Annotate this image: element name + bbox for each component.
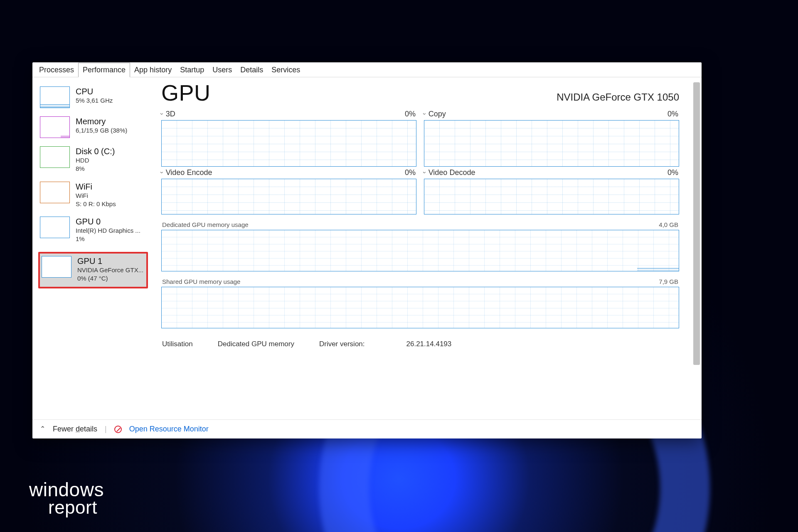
chart-copy: ›Copy 0% bbox=[424, 108, 679, 167]
chart-value-copy: 0% bbox=[667, 110, 678, 118]
sidebar-item-memory[interactable]: Memory 6,1/15,9 GB (38%) bbox=[38, 115, 148, 145]
chart-value-video-decode: 0% bbox=[667, 168, 678, 177]
chevron-down-icon: › bbox=[421, 113, 428, 115]
open-resource-monitor-link[interactable]: Open Resource Monitor bbox=[129, 425, 209, 433]
watermark-line2: report bbox=[29, 499, 104, 516]
sidebar-item-sub2: 1% bbox=[76, 235, 146, 243]
chart-dropdown-copy[interactable]: ›Copy bbox=[424, 110, 446, 118]
tab-performance[interactable]: Performance bbox=[78, 63, 130, 77]
sidebar-item-wifi[interactable]: WiFi WiFi S: 0 R: 0 Kbps bbox=[38, 180, 148, 215]
chart-canvas-3d bbox=[161, 120, 416, 167]
chart-dropdown-video-encode[interactable]: ›Video Encode bbox=[161, 168, 212, 177]
sidebar-item-sub: 5% 3,61 GHz bbox=[76, 96, 146, 105]
sidebar-item-label: GPU 0 bbox=[76, 217, 146, 227]
separator: | bbox=[105, 425, 107, 433]
sidebar-item-sub: Intel(R) HD Graphics ... bbox=[76, 227, 146, 235]
stat-driver-value: 26.21.14.4193 bbox=[406, 340, 452, 348]
chart-dedicated-memory: Dedicated GPU memory usage 4,0 GB bbox=[161, 220, 679, 271]
tab-users[interactable]: Users bbox=[208, 63, 236, 77]
tab-strip: Processes Performance App history Startu… bbox=[32, 62, 702, 77]
sidebar-item-label: Disk 0 (C:) bbox=[76, 146, 146, 156]
gpu0-thumbnail-chart bbox=[40, 217, 70, 238]
sidebar-item-label: CPU bbox=[76, 86, 146, 96]
resource-monitor-icon bbox=[114, 426, 122, 433]
sidebar-item-label: Memory bbox=[76, 116, 146, 126]
chart-dropdown-video-decode[interactable]: ›Video Decode bbox=[424, 168, 475, 177]
sidebar-item-sub2: S: 0 R: 0 Kbps bbox=[76, 200, 146, 208]
dedicated-memory-max: 4,0 GB bbox=[659, 221, 678, 228]
performance-body: CPU 5% 3,61 GHz Memory 6,1/15,9 GB (38%)… bbox=[32, 77, 702, 419]
sidebar-item-sub2: 0% (47 °C) bbox=[77, 274, 145, 283]
chart-canvas-video-encode bbox=[161, 179, 416, 214]
disk-thumbnail-chart bbox=[40, 146, 70, 168]
chart-3d: ›3D 0% bbox=[161, 108, 416, 167]
tab-app-history[interactable]: App history bbox=[130, 63, 176, 77]
fewer-details-button[interactable]: Fewer details bbox=[53, 425, 97, 433]
watermark-logo: windows report bbox=[29, 481, 104, 516]
chart-value-3d: 0% bbox=[405, 110, 416, 118]
chevron-up-icon: ⌃ bbox=[40, 425, 45, 433]
shared-memory-max: 7,9 GB bbox=[659, 278, 678, 285]
chart-dropdown-3d[interactable]: ›3D bbox=[161, 110, 175, 118]
chart-shared-memory: Shared GPU memory usage 7,9 GB bbox=[161, 277, 679, 328]
sidebar-item-gpu0[interactable]: GPU 0 Intel(R) HD Graphics ... 1% bbox=[38, 215, 148, 250]
chart-canvas-video-decode bbox=[424, 179, 679, 214]
sidebar-item-sub: NVIDIA GeForce GTX... bbox=[77, 266, 145, 274]
sidebar-item-sub: HDD bbox=[76, 156, 146, 165]
sidebar-item-label: GPU 1 bbox=[77, 256, 145, 266]
performance-sidebar: CPU 5% 3,61 GHz Memory 6,1/15,9 GB (38%)… bbox=[32, 77, 153, 419]
task-manager-window: Processes Performance App history Startu… bbox=[32, 62, 702, 438]
cpu-thumbnail-chart bbox=[40, 86, 70, 108]
watermark-line1: windows bbox=[29, 481, 104, 499]
stat-utilisation-label: Utilisation bbox=[162, 340, 193, 348]
tab-details[interactable]: Details bbox=[236, 63, 267, 77]
sidebar-item-gpu1[interactable]: GPU 1 NVIDIA GeForce GTX... 0% (47 °C) bbox=[38, 252, 148, 289]
gpu1-thumbnail-chart bbox=[42, 256, 71, 278]
chart-video-decode: ›Video Decode 0% bbox=[424, 167, 679, 214]
sidebar-item-cpu[interactable]: CPU 5% 3,61 GHz bbox=[38, 85, 148, 115]
sidebar-item-label: WiFi bbox=[76, 182, 146, 192]
tab-processes[interactable]: Processes bbox=[35, 63, 78, 77]
wifi-thumbnail-chart bbox=[40, 182, 70, 203]
gpu-stats-row: Utilisation Dedicated GPU memory Driver … bbox=[161, 328, 690, 348]
chart-canvas-copy bbox=[424, 120, 679, 167]
chevron-down-icon: › bbox=[421, 172, 428, 174]
shared-memory-label: Shared GPU memory usage bbox=[162, 278, 240, 285]
memory-thumbnail-chart bbox=[40, 116, 70, 138]
gpu-device-name: NVIDIA GeForce GTX 1050 bbox=[557, 91, 679, 106]
sidebar-item-sub2: 8% bbox=[76, 165, 146, 173]
gpu-detail-panel: GPU NVIDIA GeForce GTX 1050 ›3D 0% ›Copy… bbox=[153, 77, 702, 419]
chart-value-video-encode: 0% bbox=[405, 168, 416, 177]
chart-canvas-shared bbox=[161, 287, 679, 328]
sidebar-item-sub: 6,1/15,9 GB (38%) bbox=[76, 126, 146, 135]
stat-dedicated-label: Dedicated GPU memory bbox=[218, 340, 294, 348]
chart-video-encode: ›Video Encode 0% bbox=[161, 167, 416, 214]
chevron-down-icon: › bbox=[159, 172, 165, 174]
chevron-down-icon: › bbox=[159, 113, 165, 115]
panel-title: GPU bbox=[161, 80, 211, 106]
sidebar-item-disk[interactable]: Disk 0 (C:) HDD 8% bbox=[38, 145, 148, 180]
chart-canvas-dedicated bbox=[161, 230, 679, 271]
scrollbar[interactable] bbox=[693, 82, 700, 365]
tab-startup[interactable]: Startup bbox=[176, 63, 208, 77]
sidebar-item-sub: WiFi bbox=[76, 192, 146, 200]
dedicated-memory-label: Dedicated GPU memory usage bbox=[162, 221, 249, 228]
task-manager-footer: ⌃ Fewer details | Open Resource Monitor bbox=[32, 419, 702, 438]
stat-driver-label: Driver version: bbox=[319, 340, 365, 348]
tab-services[interactable]: Services bbox=[267, 63, 304, 77]
